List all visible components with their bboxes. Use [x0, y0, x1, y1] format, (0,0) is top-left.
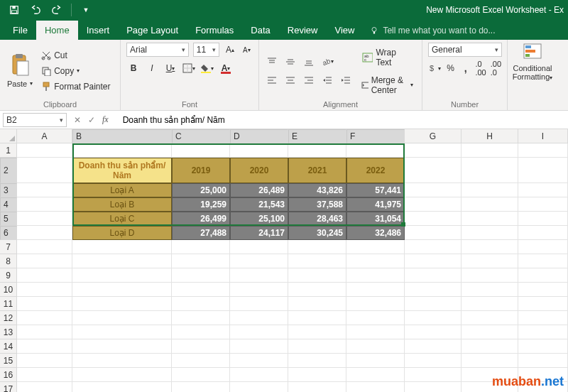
cell[interactable]: 21,543	[230, 197, 288, 212]
cell[interactable]	[17, 325, 72, 339]
cell[interactable]	[518, 254, 568, 268]
cell[interactable]	[230, 283, 288, 297]
cell[interactable]: Loại B	[72, 197, 172, 212]
cell[interactable]	[346, 311, 405, 325]
cell[interactable]	[17, 339, 72, 354]
cell[interactable]	[17, 183, 72, 197]
cell[interactable]	[405, 158, 462, 183]
cell[interactable]	[230, 143, 288, 158]
row-header[interactable]: 12	[0, 311, 17, 325]
cell[interactable]	[405, 197, 462, 212]
cell[interactable]	[288, 240, 346, 254]
cell[interactable]	[288, 325, 346, 339]
col-header[interactable]: D	[230, 129, 288, 143]
save-icon[interactable]	[7, 3, 21, 17]
cell[interactable]	[346, 254, 405, 268]
cell[interactable]	[172, 268, 230, 283]
tab-pagelayout[interactable]: Page Layout	[118, 21, 187, 40]
align-middle-icon[interactable]	[283, 55, 297, 69]
cell[interactable]	[230, 339, 288, 354]
row-header[interactable]: 15	[0, 354, 17, 368]
align-top-icon[interactable]	[265, 55, 279, 69]
wrap-text-button[interactable]: abcWrap Text	[359, 45, 416, 70]
cell[interactable]	[72, 268, 172, 283]
paste-button[interactable]: Paste ▾	[6, 78, 34, 89]
cell[interactable]	[405, 226, 462, 240]
italic-button[interactable]: I	[145, 61, 159, 75]
cell[interactable]	[72, 143, 172, 158]
cell[interactable]	[17, 143, 72, 158]
cell[interactable]	[172, 354, 230, 368]
cell[interactable]	[72, 339, 172, 354]
cell[interactable]	[518, 212, 568, 226]
increase-indent-icon[interactable]	[339, 73, 353, 87]
cell[interactable]: 2019	[172, 158, 230, 183]
cells-area[interactable]: Doanh thu sản phẩm/ Năm2019202020212022L…	[17, 143, 568, 392]
cell[interactable]	[288, 254, 346, 268]
row-header[interactable]: 16	[0, 368, 17, 382]
tab-data[interactable]: Data	[242, 21, 278, 40]
cell[interactable]	[288, 311, 346, 325]
row-header[interactable]: 7	[0, 240, 17, 254]
redo-icon[interactable]	[50, 3, 64, 17]
cell[interactable]: 25,100	[230, 212, 288, 226]
cell[interactable]	[405, 339, 462, 354]
cell[interactable]	[518, 226, 568, 240]
cell[interactable]	[288, 339, 346, 354]
comma-format-icon[interactable]: ,	[460, 61, 471, 75]
cell[interactable]: Loại D	[72, 226, 172, 240]
row-header[interactable]: 14	[0, 339, 17, 354]
cell[interactable]	[518, 283, 568, 297]
cell[interactable]	[288, 354, 346, 368]
cell[interactable]	[518, 297, 568, 311]
font-name-select[interactable]: Arial▾	[126, 43, 189, 57]
row-header[interactable]: 9	[0, 268, 17, 283]
row-header[interactable]: 11	[0, 297, 17, 311]
cell[interactable]	[462, 226, 518, 240]
cell[interactable]	[72, 283, 172, 297]
col-header[interactable]: H	[462, 129, 518, 143]
cell[interactable]	[72, 325, 172, 339]
fx-icon[interactable]: fx	[102, 114, 113, 125]
cell[interactable]	[346, 325, 405, 339]
cell[interactable]	[346, 354, 405, 368]
cell[interactable]	[518, 339, 568, 354]
row-header[interactable]: 13	[0, 325, 17, 339]
cell[interactable]: 30,245	[288, 226, 346, 240]
cell[interactable]: Doanh thu sản phẩm/ Năm	[72, 158, 172, 183]
cell[interactable]	[17, 268, 72, 283]
fill-color-button[interactable]: ▾	[200, 61, 214, 75]
cell[interactable]	[462, 254, 518, 268]
conditional-formatting-icon[interactable]	[523, 43, 542, 62]
row-header[interactable]: 2	[0, 158, 17, 183]
col-header[interactable]: I	[518, 129, 568, 143]
tab-view[interactable]: View	[326, 21, 363, 40]
cell[interactable]	[405, 143, 462, 158]
cell[interactable]	[17, 240, 72, 254]
cell[interactable]: 27,488	[172, 226, 230, 240]
row-header[interactable]: 3	[0, 183, 17, 197]
cell[interactable]	[405, 354, 462, 368]
cell[interactable]	[17, 197, 72, 212]
col-header[interactable]: F	[346, 129, 405, 143]
cell[interactable]: 26,489	[230, 183, 288, 197]
cell[interactable]	[230, 354, 288, 368]
cell[interactable]	[17, 254, 72, 268]
font-size-select[interactable]: 11▾	[193, 43, 220, 57]
paste-icon[interactable]	[10, 53, 30, 77]
cell[interactable]	[17, 368, 72, 382]
cell[interactable]	[405, 283, 462, 297]
cell[interactable]	[518, 197, 568, 212]
cell[interactable]	[17, 354, 72, 368]
cell[interactable]	[462, 143, 518, 158]
align-bottom-icon[interactable]	[302, 55, 316, 69]
underline-button[interactable]: U▾	[163, 61, 178, 75]
cell[interactable]	[288, 297, 346, 311]
row-header[interactable]: 1	[0, 143, 17, 158]
qat-customize-icon[interactable]: ▼	[79, 3, 93, 17]
cell[interactable]	[72, 354, 172, 368]
cell[interactable]	[346, 382, 405, 392]
cell[interactable]	[346, 268, 405, 283]
cell[interactable]	[230, 254, 288, 268]
cell[interactable]	[405, 183, 462, 197]
